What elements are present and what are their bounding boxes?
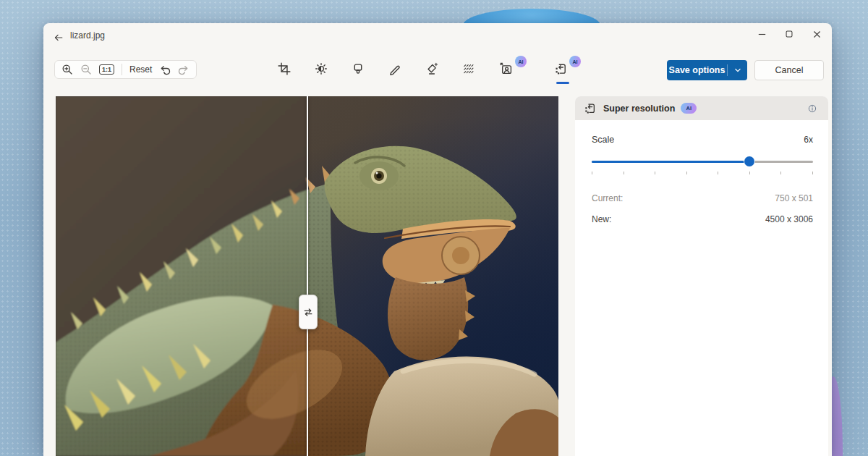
swap-arrows-icon xyxy=(302,306,314,318)
scale-slider[interactable] xyxy=(592,156,813,166)
save-options-button[interactable]: Save options xyxy=(667,60,747,80)
current-size-value: 750 x 501 xyxy=(775,193,813,203)
tool-markup[interactable] xyxy=(384,58,406,80)
reset-button[interactable]: Reset xyxy=(126,62,156,77)
current-size-label: Current: xyxy=(592,193,623,203)
panel-header: Super resolution AI xyxy=(575,96,828,120)
upscale-icon xyxy=(554,62,567,75)
edit-tools: AIAI xyxy=(273,58,581,80)
redo-arrow-icon xyxy=(178,64,190,75)
zoom-out-button[interactable] xyxy=(77,62,95,77)
cancel-button[interactable]: Cancel xyxy=(754,60,824,80)
compare-slider-handle[interactable] xyxy=(299,295,318,329)
panel-title: Super resolution xyxy=(603,104,675,114)
save-dropdown-button[interactable] xyxy=(728,65,747,75)
scale-value: 6x xyxy=(804,135,813,145)
undo-button[interactable] xyxy=(156,62,174,77)
window-title: lizard.jpg xyxy=(70,30,105,41)
scale-label: Scale xyxy=(592,135,614,145)
crop-icon xyxy=(278,62,291,75)
portrait-icon xyxy=(500,62,513,75)
slider-ticks xyxy=(592,172,813,174)
compare-divider-line xyxy=(307,96,308,456)
redo-button[interactable] xyxy=(174,62,193,77)
super-resolution-panel: Super resolution AI Scale 6x Cur xyxy=(575,96,828,456)
new-size-value: 4500 x 3006 xyxy=(765,214,813,224)
tool-background[interactable]: AI xyxy=(495,58,527,80)
ai-badge: AI xyxy=(681,103,697,114)
chevron-down-icon xyxy=(733,65,743,75)
view-controls-group: 1:1 Reset xyxy=(54,60,197,79)
maximize-icon xyxy=(784,29,794,39)
tool-erase[interactable] xyxy=(421,58,443,80)
minimize-button[interactable] xyxy=(748,23,775,45)
tool-background-blur[interactable] xyxy=(458,58,480,80)
save-options-label: Save options xyxy=(667,65,727,75)
slider-tick xyxy=(655,172,655,174)
back-button[interactable] xyxy=(49,30,68,46)
selected-tool-underline xyxy=(556,82,569,84)
photos-editor-window: lizard.jpg xyxy=(43,23,832,456)
filter-icon xyxy=(352,62,365,75)
tool-crop[interactable] xyxy=(273,58,295,80)
sun-icon xyxy=(315,62,328,75)
tool-adjust[interactable] xyxy=(310,58,332,80)
maximize-button[interactable] xyxy=(775,23,803,45)
slider-tick xyxy=(749,172,750,174)
info-icon xyxy=(808,103,817,114)
ai-badge: AI xyxy=(569,56,581,67)
tool-super-resolution[interactable]: AI xyxy=(549,58,581,80)
titlebar: lizard.jpg xyxy=(43,23,832,48)
slider-tick xyxy=(686,172,687,174)
eraser-sparkle-icon xyxy=(425,62,438,75)
panel-body: Scale 6x Current: 750 x 501 New: 4500 x … xyxy=(575,120,828,456)
one-to-one-icon: 1:1 xyxy=(99,64,114,75)
info-button[interactable] xyxy=(804,100,821,117)
slider-tick xyxy=(718,172,718,174)
new-size-label: New: xyxy=(592,214,611,224)
super-resolution-icon xyxy=(584,102,596,114)
hatch-icon xyxy=(462,62,475,75)
image-canvas xyxy=(56,96,558,456)
zoom-in-button[interactable] xyxy=(58,62,77,77)
scale-row: Scale 6x xyxy=(592,135,813,145)
magnifier-minus-icon xyxy=(80,64,92,75)
close-icon xyxy=(812,29,822,40)
minimize-icon xyxy=(757,29,767,40)
toolbar: 1:1 Reset AIAI Save options xyxy=(43,55,832,84)
pen-icon xyxy=(388,62,401,75)
slider-tick xyxy=(592,172,592,174)
undo-arrow-icon xyxy=(159,64,171,75)
slider-fill xyxy=(592,161,749,163)
slider-tick xyxy=(780,172,781,174)
slider-tick xyxy=(812,172,813,174)
arrow-left-icon xyxy=(54,32,64,43)
current-size-row: Current: 750 x 501 xyxy=(592,193,813,203)
magnifier-plus-icon xyxy=(61,64,73,75)
desktop-background: lizard.jpg xyxy=(0,0,868,456)
slider-tick xyxy=(624,172,624,174)
actual-size-button[interactable]: 1:1 xyxy=(95,62,118,77)
slider-thumb[interactable] xyxy=(744,156,754,166)
window-controls xyxy=(748,23,830,45)
new-size-row: New: 4500 x 3006 xyxy=(592,214,813,224)
close-button[interactable] xyxy=(803,23,830,45)
tool-filter[interactable] xyxy=(347,58,369,80)
toolbar-divider xyxy=(122,64,122,75)
ai-badge: AI xyxy=(515,56,527,67)
